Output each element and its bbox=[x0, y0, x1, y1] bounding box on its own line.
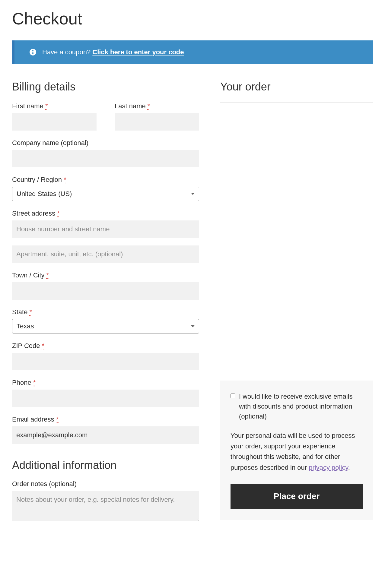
company-label: Company name (optional) bbox=[12, 139, 199, 147]
additional-info-heading: Additional information bbox=[12, 459, 199, 472]
chevron-down-icon bbox=[191, 193, 195, 195]
chevron-down-icon bbox=[191, 325, 195, 327]
company-input[interactable] bbox=[12, 150, 199, 167]
street-address-2-input[interactable] bbox=[12, 245, 199, 263]
email-optin-row[interactable]: I would like to receive exclusive emails… bbox=[231, 391, 363, 421]
last-name-label: Last name * bbox=[115, 102, 199, 110]
zip-input[interactable] bbox=[12, 353, 199, 370]
street-label: Street address * bbox=[12, 210, 199, 217]
country-label: Country / Region * bbox=[12, 176, 199, 184]
coupon-link[interactable]: Click here to enter your code bbox=[92, 48, 184, 56]
email-optin-label: I would like to receive exclusive emails… bbox=[239, 391, 363, 421]
privacy-policy-link[interactable]: privacy policy bbox=[309, 464, 348, 471]
state-select[interactable]: Texas bbox=[12, 319, 199, 334]
phone-label: Phone * bbox=[12, 379, 199, 387]
country-value: United States (US) bbox=[17, 190, 72, 198]
billing-column: Billing details First name * Last name *… bbox=[12, 81, 199, 531]
billing-heading: Billing details bbox=[12, 81, 199, 93]
city-input[interactable] bbox=[12, 282, 199, 300]
first-name-input[interactable] bbox=[12, 113, 97, 131]
privacy-text: Your personal data will be used to proce… bbox=[231, 430, 363, 473]
last-name-input[interactable] bbox=[115, 113, 199, 131]
page-title: Checkout bbox=[12, 9, 373, 28]
country-select[interactable]: United States (US) bbox=[12, 187, 199, 201]
first-name-label: First name * bbox=[12, 102, 97, 110]
order-notes-label: Order notes (optional) bbox=[12, 480, 199, 488]
order-divider bbox=[220, 102, 373, 103]
info-icon bbox=[30, 49, 36, 55]
state-value: Texas bbox=[17, 322, 34, 330]
coupon-notice-text: Have a coupon? Click here to enter your … bbox=[42, 48, 184, 56]
email-optin-checkbox[interactable] bbox=[231, 394, 235, 398]
phone-input[interactable] bbox=[12, 390, 199, 407]
order-column: Your order I would like to receive exclu… bbox=[220, 81, 373, 520]
email-input[interactable] bbox=[12, 426, 199, 444]
email-label: Email address * bbox=[12, 416, 199, 423]
order-heading: Your order bbox=[220, 81, 373, 93]
place-order-button[interactable]: Place order bbox=[231, 484, 363, 509]
state-label: State * bbox=[12, 308, 199, 316]
payment-box: I would like to receive exclusive emails… bbox=[220, 381, 373, 520]
coupon-text-prefix: Have a coupon? bbox=[42, 48, 92, 56]
city-label: Town / City * bbox=[12, 271, 199, 279]
street-address-input[interactable] bbox=[12, 220, 199, 238]
zip-label: ZIP Code * bbox=[12, 342, 199, 350]
order-notes-textarea[interactable] bbox=[12, 491, 199, 521]
coupon-notice: Have a coupon? Click here to enter your … bbox=[12, 40, 373, 64]
